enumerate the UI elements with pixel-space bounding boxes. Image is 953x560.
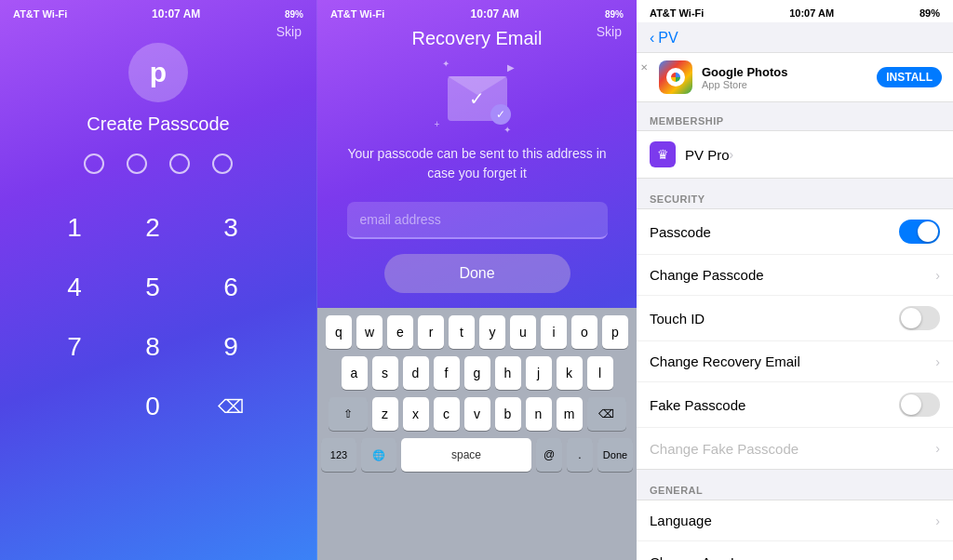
key-period[interactable]: . (567, 438, 593, 472)
key-z[interactable]: z (372, 397, 398, 431)
skip-button-1[interactable]: Skip (276, 24, 302, 39)
key-o[interactable]: o (571, 315, 597, 349)
key-h[interactable]: h (495, 356, 521, 390)
key-s[interactable]: s (372, 356, 398, 390)
passcode-dots (84, 153, 233, 174)
key-k[interactable]: k (557, 356, 583, 390)
key-l[interactable]: l (587, 356, 613, 390)
ad-close-button[interactable]: ✕ (640, 62, 648, 73)
carrier-2: AT&T Wi-Fi (330, 8, 384, 20)
key-t[interactable]: t (449, 315, 475, 349)
change-passcode-chevron: › (935, 268, 940, 283)
key-123[interactable]: 123 (321, 438, 356, 472)
back-arrow-icon[interactable]: ‹ (650, 30, 654, 47)
touch-id-row[interactable]: Touch ID (637, 296, 953, 341)
security-section-header: SECURITY (637, 180, 953, 208)
num-1[interactable]: 1 (37, 200, 112, 256)
passcode-toggle[interactable] (899, 220, 940, 244)
key-y[interactable]: y (479, 315, 505, 349)
fake-passcode-row[interactable]: Fake Passcode (637, 382, 953, 428)
key-v[interactable]: v (464, 397, 490, 431)
key-g[interactable]: g (464, 356, 490, 390)
num-3[interactable]: 3 (194, 200, 268, 256)
general-section-header: GENERAL (637, 472, 953, 500)
change-app-icon-row[interactable]: Change App Icon › (637, 541, 953, 560)
touch-id-toggle[interactable] (899, 306, 940, 330)
key-shift[interactable]: ⇧ (329, 397, 368, 431)
key-u[interactable]: u (510, 315, 536, 349)
email-input[interactable] (360, 212, 595, 227)
status-bar-1: AT&T Wi-Fi 10:07 AM 89% (0, 0, 316, 24)
security-group: Passcode Change Passcode › Touch ID Chan… (637, 208, 953, 470)
logo-letter: p (150, 57, 167, 88)
change-fake-passcode-chevron: › (935, 441, 940, 456)
ad-title: Google Photos (702, 65, 867, 79)
done-button[interactable]: Done (384, 254, 570, 293)
envelope-icon: ✓ ✓ (448, 76, 507, 121)
key-at[interactable]: @ (536, 438, 562, 472)
passcode-label: Passcode (650, 224, 899, 240)
email-input-container[interactable] (347, 202, 608, 239)
num-5[interactable]: 5 (115, 260, 190, 315)
key-j[interactable]: j (526, 356, 552, 390)
skip-button-2[interactable]: Skip (597, 24, 622, 39)
key-e[interactable]: e (387, 315, 413, 349)
change-recovery-chevron: › (935, 354, 940, 369)
key-f[interactable]: f (434, 356, 460, 390)
key-b[interactable]: b (495, 397, 521, 431)
install-button[interactable]: INSTALL (877, 67, 942, 87)
key-x[interactable]: x (403, 397, 429, 431)
email-icon-area: ✦ ▶ + ✦ ✓ ✓ (440, 66, 515, 131)
language-row[interactable]: Language › (637, 500, 953, 541)
key-c[interactable]: c (434, 397, 460, 431)
key-done[interactable]: Done (597, 438, 633, 472)
language-chevron: › (935, 513, 940, 528)
change-fake-passcode-row[interactable]: Change Fake Passcode › (637, 428, 953, 469)
google-photos-logo (659, 60, 692, 94)
key-i[interactable]: i (541, 315, 567, 349)
check-mark: ✓ (469, 87, 485, 110)
pv-pro-icon: ♛ (650, 141, 676, 167)
membership-group: ♛ PV Pro › (637, 130, 953, 179)
num-0[interactable]: 0 (115, 379, 190, 434)
fake-passcode-label: Fake Passcode (650, 397, 899, 413)
back-label[interactable]: PV (658, 30, 678, 47)
navigation-bar: ‹ PV (637, 22, 953, 52)
key-n[interactable]: n (526, 397, 552, 431)
key-space[interactable]: space (401, 438, 531, 472)
pv-pro-label: PV Pro (685, 147, 730, 163)
num-2[interactable]: 2 (115, 200, 190, 256)
ad-subtitle: App Store (702, 79, 867, 90)
key-w[interactable]: w (356, 315, 383, 349)
key-backspace[interactable]: ⌫ (587, 397, 626, 431)
key-q[interactable]: q (326, 315, 352, 349)
pv-pro-content: ♛ PV Pro (650, 141, 730, 167)
passcode-row[interactable]: Passcode (637, 209, 953, 255)
time-1: 10:07 AM (152, 7, 200, 20)
numpad: 1 2 3 4 5 6 7 8 9 0 ⌫ (37, 200, 279, 434)
num-7[interactable]: 7 (37, 319, 112, 375)
membership-section-header: MEMBERSHIP (637, 102, 953, 130)
pv-pro-row[interactable]: ♛ PV Pro › (637, 131, 953, 178)
time-3: 10:07 AM (789, 7, 834, 19)
num-8[interactable]: 8 (115, 319, 190, 375)
num-4[interactable]: 4 (37, 260, 112, 315)
key-globe[interactable]: 🌐 (361, 438, 396, 472)
num-9[interactable]: 9 (194, 319, 268, 375)
key-d[interactable]: d (403, 356, 429, 390)
key-m[interactable]: m (557, 397, 583, 431)
change-passcode-row[interactable]: Change Passcode › (637, 255, 953, 296)
ad-banner: ✕ Google Photos App Store INSTALL (637, 52, 953, 102)
fake-passcode-toggle[interactable] (899, 393, 940, 417)
battery-2: 89% (605, 9, 624, 20)
num-6[interactable]: 6 (194, 260, 268, 315)
key-p[interactable]: p (602, 315, 628, 349)
status-bar-2: AT&T Wi-Fi 10:07 AM 89% (317, 0, 637, 24)
key-a[interactable]: a (342, 356, 368, 390)
status-bar-3: AT&T Wi-Fi 10:07 AM 89% (637, 0, 953, 22)
backspace-button[interactable]: ⌫ (194, 379, 268, 434)
sparkle-3: + (435, 119, 440, 129)
key-r[interactable]: r (418, 315, 444, 349)
carrier-1: AT&T Wi-Fi (13, 8, 67, 20)
change-recovery-row[interactable]: Change Recovery Email › (637, 341, 953, 382)
